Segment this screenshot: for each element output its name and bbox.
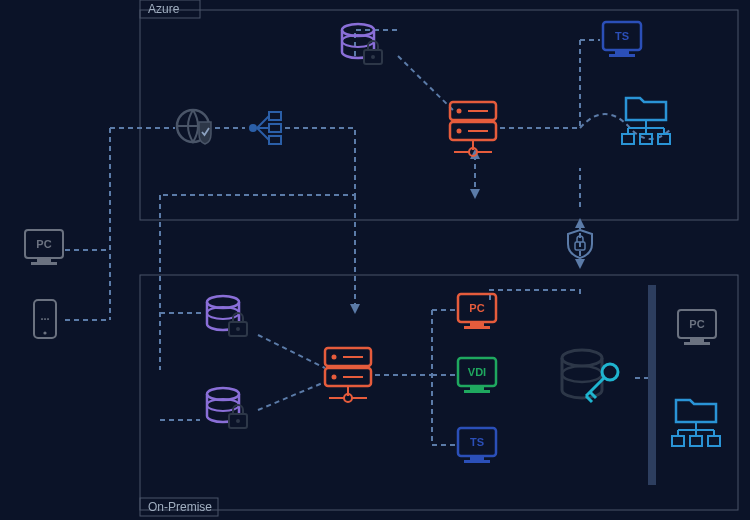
svg-rect-66 <box>470 386 484 390</box>
svg-point-54 <box>332 355 337 360</box>
svg-rect-6 <box>31 262 57 265</box>
azure-ts-label: TS <box>615 30 629 42</box>
svg-rect-77 <box>648 285 656 485</box>
svg-line-14 <box>257 128 269 140</box>
onprem-ext-pc: PC <box>678 310 716 345</box>
onprem-ext-share-icon <box>672 400 720 446</box>
external-pc-label: PC <box>36 238 51 250</box>
svg-point-56 <box>332 375 337 380</box>
onprem-barrier-icon <box>648 285 656 485</box>
external-mobile: ... <box>34 300 56 338</box>
onprem-pc-label: PC <box>469 302 484 314</box>
external-mobile-label: ... <box>40 310 49 322</box>
svg-rect-15 <box>269 112 281 120</box>
svg-rect-86 <box>672 436 684 446</box>
onprem-ext-pc-label: PC <box>689 318 704 330</box>
svg-rect-67 <box>464 390 490 393</box>
svg-point-72 <box>562 366 602 382</box>
load-balancer-icon <box>249 112 281 144</box>
onprem-db-key-icon <box>562 350 618 402</box>
svg-rect-16 <box>269 124 281 132</box>
svg-rect-70 <box>464 460 490 463</box>
svg-point-21 <box>371 55 375 59</box>
region-onprem-title: On-Premise <box>148 500 212 514</box>
region-azure-title: Azure <box>148 2 180 16</box>
svg-point-73 <box>602 364 618 380</box>
onprem-vdi-monitor: VDI <box>458 358 496 393</box>
external-pc: PC <box>25 230 63 265</box>
svg-rect-69 <box>470 456 484 460</box>
svg-rect-87 <box>690 436 702 446</box>
svg-point-47 <box>236 327 240 331</box>
azure-share-icon <box>622 98 670 144</box>
svg-point-51 <box>236 419 240 423</box>
region-azure: Azure <box>140 0 738 220</box>
svg-point-11 <box>249 124 257 132</box>
onprem-ts-label: TS <box>470 436 484 448</box>
svg-point-24 <box>457 109 462 114</box>
azure-server-icon <box>450 102 496 156</box>
svg-rect-17 <box>269 136 281 144</box>
svg-point-8 <box>43 331 46 334</box>
svg-rect-5 <box>37 258 51 262</box>
svg-rect-88 <box>708 436 720 446</box>
svg-rect-80 <box>684 342 710 345</box>
svg-line-12 <box>257 116 269 128</box>
onprem-ts-monitor: TS <box>458 428 496 463</box>
svg-rect-63 <box>470 322 484 326</box>
onprem-db2-lock-icon <box>207 388 247 428</box>
azure-ts-monitor: TS <box>603 22 641 57</box>
svg-rect-42 <box>658 134 670 144</box>
svg-rect-79 <box>690 338 704 342</box>
svg-rect-40 <box>622 134 634 144</box>
svg-rect-33 <box>615 50 629 54</box>
onprem-vdi-label: VDI <box>468 366 486 378</box>
svg-rect-64 <box>464 326 490 329</box>
svg-point-26 <box>457 129 462 134</box>
globe-shield-icon <box>177 110 211 144</box>
onprem-server-icon <box>325 348 371 402</box>
svg-rect-0 <box>140 10 738 220</box>
svg-point-71 <box>562 350 602 366</box>
svg-rect-34 <box>609 54 635 57</box>
onprem-db1-lock-icon <box>207 296 247 336</box>
